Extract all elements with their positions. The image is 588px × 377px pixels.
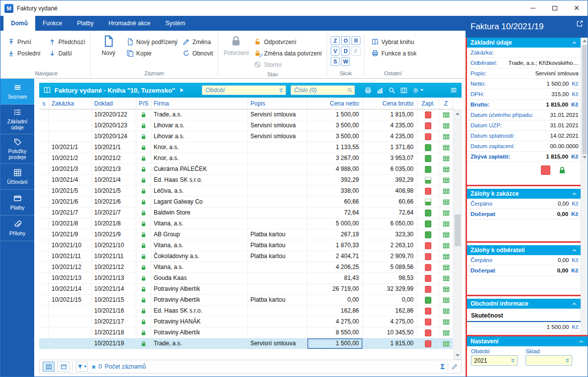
print-icon[interactable]: [364, 87, 372, 94]
table-row[interactable]: 10/2021/1510/2021/15Potraviny AlbertíkPl…: [39, 295, 454, 306]
scroll-up-arrow[interactable]: [456, 112, 460, 115]
minimize-button[interactable]: [522, 0, 544, 16]
scroll-up-arrow[interactable]: [583, 40, 587, 42]
table-row[interactable]: 10/2021/710/2021/7Baldwin Store72,6472,6…: [39, 208, 454, 218]
close-button[interactable]: [566, 0, 588, 16]
column-header-s[interactable]: s: [39, 99, 49, 109]
tab-systém[interactable]: Systém: [158, 16, 192, 31]
next-button[interactable]: Další: [47, 48, 87, 59]
jump-d-button[interactable]: D: [341, 47, 350, 55]
table-row[interactable]: 10/2021/1010/2021/10Vitana, a.s.Platba k…: [39, 240, 454, 251]
table-row[interactable]: 10/2021/110/2021/1Knor, a.s.1 133,551 37…: [39, 142, 454, 153]
tab-domů[interactable]: Domů: [3, 16, 35, 31]
filter-button[interactable]: [76, 362, 88, 372]
copy-button[interactable]: Kopie: [125, 48, 179, 59]
chevron-double-icon[interactable]: [278, 87, 284, 93]
scrollbar-thumb[interactable]: [455, 215, 461, 246]
change-button[interactable]: Změna: [181, 36, 214, 48]
table-row[interactable]: 10/2020/122Trade, a.s.Servisní smlouva1 …: [39, 109, 454, 120]
table-row[interactable]: 10/2021/410/2021/4Ed. Haas SK s.r.o.392,…: [39, 175, 454, 186]
search-records-icon[interactable]: [388, 87, 396, 94]
view-toggle-panel-button[interactable]: [58, 362, 69, 372]
table-row[interactable]: 10/2020/124Lihovar a.s.Servisní smlouva3…: [39, 131, 454, 142]
view-toggle-columns-button[interactable]: [43, 362, 55, 372]
section-header-zálohy-k-odběrateli[interactable]: Zálohy k odběrateli: [467, 245, 581, 255]
column-header-popis[interactable]: Popis: [248, 99, 307, 109]
table-row[interactable]: 10/2021/1310/2021/13Gouda Kaas81,4398,53: [39, 273, 454, 284]
table-row[interactable]: 10/2021/310/2021/3Cukrárna PALEČEK4 988,…: [39, 164, 454, 175]
table-row[interactable]: 10/2021/1110/2021/11Čokoládovny a.s.Plat…: [39, 251, 454, 262]
tab-hromadné-akce[interactable]: Hromadné akce: [101, 16, 158, 31]
sidebar-item-účtování[interactable]: Účtování: [0, 164, 34, 190]
chevron-double-icon[interactable]: [510, 358, 516, 363]
last-button[interactable]: Poslední: [6, 48, 42, 59]
select-book-button[interactable]: Vybrat knihu: [370, 36, 418, 48]
collapse-chevron-icon[interactable]: [572, 301, 577, 307]
column-header-zakázka[interactable]: Zakázka: [49, 99, 92, 109]
jump-v-button[interactable]: V: [331, 47, 340, 55]
expand-panel-icon[interactable]: [577, 20, 583, 27]
scrollbar-thumb[interactable]: [582, 45, 587, 154]
collapse-chevron-icon[interactable]: [572, 40, 577, 46]
table-scrollbar[interactable]: [454, 109, 462, 360]
jump-w-button[interactable]: W: [341, 57, 350, 66]
functions-print-button[interactable]: Funkce a tisk: [370, 48, 418, 59]
storno-button[interactable]: Storno: [252, 59, 323, 70]
unconfirm-button[interactable]: Odpotvrzení: [252, 36, 323, 48]
number-filter[interactable]: [291, 85, 355, 95]
period-combobox[interactable]: 2021: [471, 355, 518, 366]
chevron-double-icon[interactable]: [565, 358, 570, 363]
period-filter-input[interactable]: [202, 85, 286, 95]
table-row[interactable]: 10/2021/610/2021/6Lagant Galway Co60,666…: [39, 197, 454, 208]
column-header-cena-netto[interactable]: Cena netto: [307, 99, 363, 109]
table-row[interactable]: 10/2021/16Ed. Haas SK s.r.o.162,86162,86: [39, 306, 454, 317]
hamburger-menu-icon[interactable]: [450, 86, 458, 94]
change-confirm-date-button[interactable]: Změna data potvrzení: [252, 48, 323, 59]
collapse-chevron-icon[interactable]: [572, 191, 577, 197]
collapse-chevron-icon[interactable]: [572, 248, 577, 253]
detail-scrollbar[interactable]: [581, 38, 588, 335]
number-filter-input[interactable]: [291, 85, 355, 95]
table-row[interactable]: 10/2021/210/2021/2Knor, a.s.3 267,003 95…: [39, 153, 454, 164]
columns-icon[interactable]: [400, 87, 408, 94]
settings-gear-button[interactable]: [412, 87, 423, 94]
column-header-p-s[interactable]: P/S: [136, 99, 151, 109]
section-header-základní-údaje[interactable]: Základní údaje: [467, 38, 581, 48]
table-row[interactable]: 10/2021/17Potraviny HANÁK4 275,004 275,0…: [39, 317, 454, 327]
search-icon[interactable]: [347, 87, 353, 93]
settings-header[interactable]: Nastavení: [467, 336, 588, 346]
table-row[interactable]: 10/2020/123Lihovar a.s.Servisní smlouva3…: [39, 120, 454, 131]
sidebar-item-platby[interactable]: Platby: [0, 190, 34, 215]
scroll-down-arrow[interactable]: [583, 156, 587, 159]
sidebar-item-položky-prodeje[interactable]: Položky prodeje: [0, 134, 34, 164]
expand-arrow-icon[interactable]: [180, 88, 183, 92]
confirm-button[interactable]: Potvrzení: [222, 32, 250, 56]
scroll-down-arrow[interactable]: [456, 354, 460, 357]
sidebar-item-seznam[interactable]: Seznam: [0, 79, 34, 105]
first-button[interactable]: První: [6, 36, 42, 48]
table-row[interactable]: 10/2021/1210/2021/12Vitana, a.s.4 206,25…: [39, 262, 454, 273]
sum-icon[interactable]: [441, 363, 445, 371]
period-filter[interactable]: [202, 85, 286, 95]
snowflake-icon[interactable]: [92, 361, 96, 373]
table-row[interactable]: 10/2021/1410/2021/14Potraviny Albertík26…: [39, 284, 454, 295]
section-header-obchodní-informace[interactable]: Obchodní informace: [467, 299, 581, 309]
new-button[interactable]: Nový: [94, 32, 123, 56]
column-header-zapl[interactable]: Zapl.: [417, 99, 439, 109]
chart-icon[interactable]: [376, 87, 384, 94]
jump-r-button[interactable]: R: [352, 36, 360, 45]
sidebar-item-základní-údaje[interactable]: Základní údaje: [0, 105, 34, 134]
table-row[interactable]: 10/2021/910/2021/9AB GroupPlatba kartou2…: [39, 229, 454, 240]
table-row[interactable]: 10/2021/510/2021/5Léčiva, a.s.338,00408,…: [39, 186, 454, 197]
jump-z-button[interactable]: Z: [331, 36, 340, 45]
sidebar-item-přílohy[interactable]: Přílohy: [0, 215, 34, 241]
collapse-chevron-icon[interactable]: [579, 339, 584, 344]
table-row[interactable]: 10/2021/18Potraviny Albertík8 550,0010 3…: [39, 327, 454, 338]
column-header-firma[interactable]: Firma: [151, 99, 248, 109]
column-header-z[interactable]: Z: [439, 99, 453, 109]
edit-pencil-icon[interactable]: [451, 363, 458, 370]
warehouse-combobox[interactable]: [526, 355, 572, 366]
previous-button[interactable]: Předchozí: [47, 36, 87, 48]
tab-platby[interactable]: Platby: [69, 16, 101, 31]
section-header-zálohy-k-zakázce[interactable]: Zálohy k zakázce: [467, 189, 581, 199]
